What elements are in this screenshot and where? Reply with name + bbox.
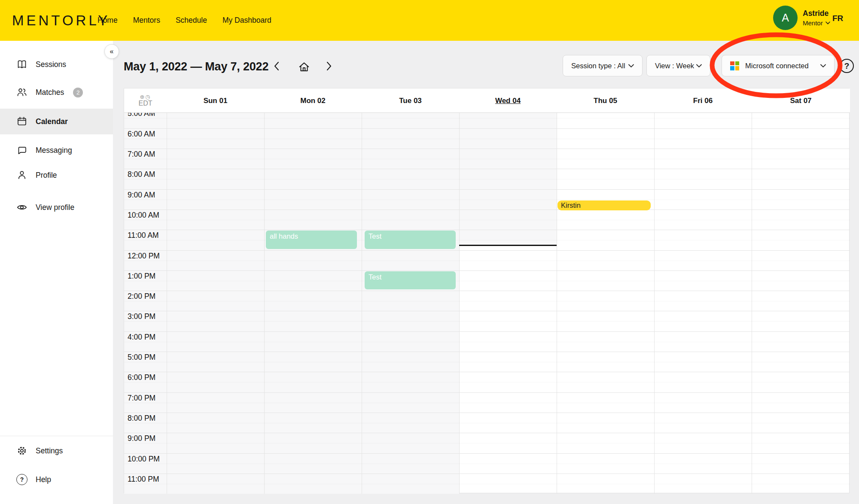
day-header-sun: Sun 01 [167, 88, 264, 113]
session-type-filter[interactable]: Session type : All [563, 55, 643, 76]
current-time-indicator [459, 245, 557, 246]
event-test-2[interactable]: Test [365, 271, 456, 289]
language-switcher[interactable]: FR [832, 14, 843, 23]
top-header: MENTORLY Home Mentors Schedule My Dashbo… [0, 0, 859, 41]
help-button[interactable]: ? [840, 59, 854, 73]
chevron-down-icon [628, 64, 634, 68]
sidebar-label: Settings [36, 446, 63, 455]
grid-line [124, 311, 850, 311]
eye-icon [16, 202, 27, 213]
person-icon [16, 170, 27, 181]
nav-my-dashboard[interactable]: My Dashboard [222, 16, 271, 25]
grid-line [124, 291, 850, 291]
day-header-thu: Thu 05 [557, 88, 654, 113]
sidebar-item-settings[interactable]: Settings [0, 438, 113, 464]
sidebar-item-matches[interactable]: Matches 2 [0, 79, 113, 105]
grid-line [124, 331, 850, 332]
time-label: 6:00 PM [128, 373, 155, 382]
sidebar-divider [0, 436, 113, 436]
half-hour-line [124, 342, 850, 342]
chat-icon [16, 145, 27, 156]
globe-clock-icon: ⊕◷ [140, 94, 151, 100]
half-hour-line [124, 261, 850, 261]
half-hour-line [124, 179, 850, 179]
time-label: 8:00 PM [128, 414, 155, 423]
time-label: 10:00 PM [128, 455, 160, 464]
day-header-fri: Fri 06 [654, 88, 752, 113]
grid-line [124, 474, 850, 474]
half-hour-line [124, 200, 850, 200]
sidebar-collapse-button[interactable]: « [104, 44, 119, 59]
sidebar-label: Profile [36, 171, 57, 180]
avatar[interactable]: A [773, 6, 798, 30]
view-filter[interactable]: View : Week [646, 55, 710, 76]
sidebar-label: View profile [36, 203, 74, 212]
grid-line [124, 270, 850, 271]
sidebar-item-help[interactable]: ? Help [0, 467, 113, 492]
chevron-down-icon [696, 64, 702, 68]
user-menu[interactable]: Astride Mentor [803, 9, 830, 27]
date-range-title: May 1, 2022 — May 7, 2022 [124, 60, 268, 73]
time-label: 12:00 PM [128, 252, 160, 261]
app-root: MENTORLY Home Mentors Schedule My Dashbo… [0, 0, 859, 504]
timezone-cell: ⊕◷ EDT [124, 88, 167, 113]
sidebar-item-profile[interactable]: Profile [0, 162, 113, 188]
half-hour-line [124, 159, 850, 159]
time-label: 8:00 AM [128, 170, 155, 179]
half-hour-line [124, 118, 850, 118]
nav-mentors[interactable]: Mentors [133, 16, 160, 25]
day-header-sat: Sat 07 [752, 88, 850, 113]
sidebar: Sessions Matches 2 Calendar Messaging [0, 41, 113, 504]
main-nav: Home Mentors Schedule My Dashboard [97, 0, 271, 41]
sidebar-label: Calendar [36, 117, 68, 126]
nav-home[interactable]: Home [97, 16, 118, 25]
gear-icon [16, 445, 27, 456]
microsoft-logo-icon [730, 61, 739, 70]
sidebar-item-messaging[interactable]: Messaging [0, 137, 113, 163]
grid-line [124, 149, 850, 149]
calendar-header-row: ⊕◷ EDT Sun 01 Mon 02 Tue 03 Wed 04 Thu 0… [124, 88, 850, 113]
sidebar-label: Sessions [36, 60, 66, 69]
calendar-connection-dropdown[interactable]: Microsoft connected [722, 55, 835, 76]
next-week-button[interactable] [326, 61, 332, 73]
mentorly-logo[interactable]: MENTORLY [12, 0, 110, 41]
half-hour-line [124, 240, 850, 240]
grid-line [124, 392, 850, 393]
time-label: 5:00 PM [128, 353, 155, 362]
nav-schedule[interactable]: Schedule [176, 16, 207, 25]
grid-line [124, 250, 850, 251]
book-icon [16, 59, 27, 70]
half-hour-line [124, 139, 850, 139]
time-label: 9:00 AM [128, 191, 155, 200]
event-kirstin[interactable]: Kirstin [557, 200, 651, 210]
sidebar-item-view-profile[interactable]: View profile [0, 194, 113, 220]
half-hour-line [124, 220, 850, 220]
time-label: 9:00 PM [128, 434, 155, 443]
people-icon [16, 87, 27, 98]
calendar-grid[interactable]: 5:00 AM 6:00 AM 7:00 AM 8:00 AM 9:00 AM … [124, 88, 850, 493]
time-label: 4:00 PM [128, 333, 155, 342]
half-hour-line [124, 464, 850, 464]
prev-week-button[interactable] [274, 61, 279, 73]
grid-line [124, 169, 850, 169]
calendar-icon [16, 116, 27, 127]
half-hour-line [124, 301, 850, 301]
today-home-button[interactable] [298, 61, 310, 75]
grid-line [124, 230, 850, 230]
sidebar-label: Matches [36, 88, 64, 97]
time-label: 11:00 PM [128, 475, 159, 484]
half-hour-line [124, 443, 850, 443]
half-hour-line [124, 321, 850, 322]
day-header-mon: Mon 02 [264, 88, 362, 113]
time-label: 11:00 AM [128, 231, 159, 240]
half-hour-line [124, 484, 850, 484]
sidebar-item-sessions[interactable]: Sessions [0, 52, 113, 77]
timezone-label: EDT [139, 100, 152, 107]
event-test-1[interactable]: Test [365, 231, 456, 249]
time-label: 1:00 PM [128, 272, 155, 281]
event-all-hands[interactable]: all hands [266, 231, 357, 249]
sidebar-item-calendar[interactable]: Calendar [0, 109, 113, 134]
grid-line [124, 189, 850, 190]
grid-line [124, 453, 850, 454]
past-days-shade [167, 113, 459, 494]
